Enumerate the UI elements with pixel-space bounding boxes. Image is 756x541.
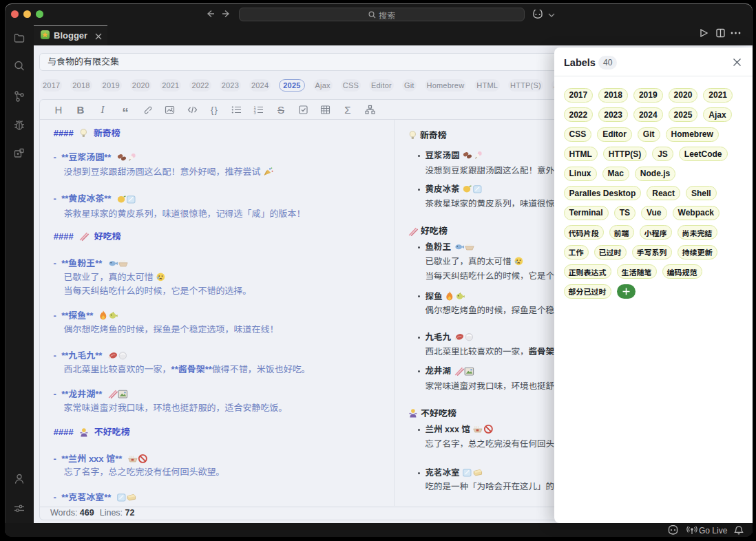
svg-text:3: 3 — [253, 111, 255, 115]
